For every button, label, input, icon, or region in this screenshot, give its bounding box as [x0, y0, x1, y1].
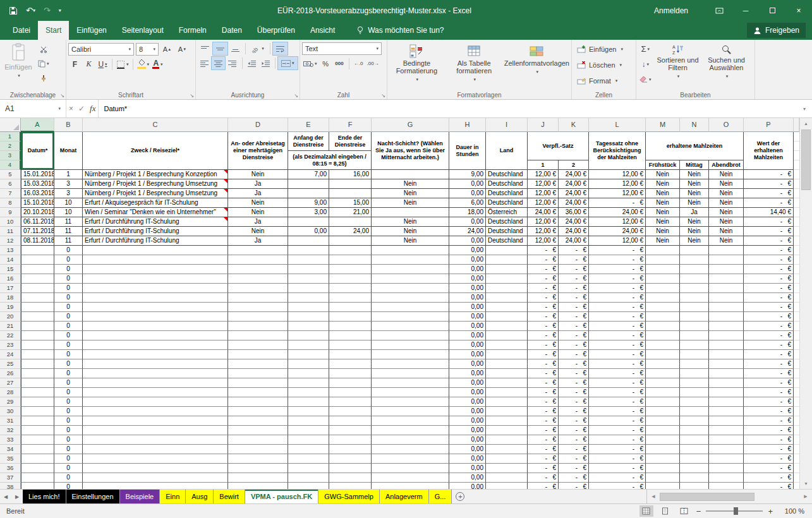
cell-P8[interactable]: - € [744, 198, 794, 208]
cell-N7[interactable]: Nein [680, 189, 709, 198]
cell-K11[interactable]: 24,00 € [559, 227, 589, 236]
cell-J21[interactable]: - € [528, 322, 559, 331]
cell-D10[interactable]: Ja [228, 217, 288, 227]
cell-H6[interactable]: 0,00 [449, 179, 486, 189]
cell-P30[interactable]: - € [744, 407, 794, 416]
cell-partial-15[interactable] [794, 265, 799, 274]
ribbon-tab-home[interactable]: Start [38, 21, 69, 40]
cell-L15[interactable]: - € [589, 265, 646, 274]
cell-E33[interactable] [288, 435, 329, 445]
share-button[interactable]: Freigeben [747, 23, 806, 38]
cell-P5[interactable]: - € [744, 170, 794, 179]
cell-H34[interactable]: 0,00 [449, 445, 486, 454]
cell-K5[interactable]: 24,00 € [559, 170, 589, 179]
cell-D28[interactable] [228, 388, 288, 397]
zoom-level[interactable]: 100 % [778, 507, 804, 515]
cell-I6[interactable]: Deutschland [486, 179, 528, 189]
header-cell-C1[interactable]: Zweck / Reiseziel* [83, 132, 228, 170]
cell-O10[interactable]: Nein [709, 217, 744, 227]
cell-P13[interactable]: - € [744, 246, 794, 255]
cell-N26[interactable] [680, 369, 709, 378]
cell-A21[interactable] [21, 322, 54, 331]
cell-K35[interactable]: - € [559, 454, 589, 464]
cell-J8[interactable]: 12,00 € [528, 198, 559, 208]
cell-D38[interactable] [228, 483, 288, 489]
cell-G8[interactable]: Nein [372, 198, 449, 208]
cell-N36[interactable] [680, 464, 709, 473]
column-header-H[interactable]: H [449, 118, 486, 132]
cell-O14[interactable] [709, 255, 744, 265]
cell-E32[interactable] [288, 426, 329, 435]
vertical-scrollbar[interactable]: ▲ ▼ [799, 118, 812, 489]
cell-K25[interactable]: - € [559, 359, 589, 369]
row-header-28[interactable]: 28 [0, 388, 21, 397]
cell-P22[interactable]: - € [744, 331, 794, 340]
cell-G28[interactable] [372, 388, 449, 397]
cell-I34[interactable] [486, 445, 528, 454]
row-header-16[interactable]: 16 [0, 274, 21, 284]
cell-G9[interactable] [372, 208, 449, 217]
cell-O22[interactable] [709, 331, 744, 340]
cell-M34[interactable] [646, 445, 680, 454]
decrease-font-size-button[interactable]: A▼ [176, 42, 189, 56]
row-header-34[interactable]: 34 [0, 445, 21, 454]
cell-M28[interactable] [646, 388, 680, 397]
cell-B9[interactable]: 10 [54, 208, 83, 217]
cell-A34[interactable] [21, 445, 54, 454]
cell-E5[interactable]: 7,00 [288, 170, 329, 179]
cell-G33[interactable] [372, 435, 449, 445]
cell-M30[interactable] [646, 407, 680, 416]
format-cells-button[interactable]: Format ▾ [574, 74, 634, 88]
cell-L11[interactable]: 24,00 € [589, 227, 646, 236]
cell-A20[interactable] [21, 312, 54, 322]
cell-P20[interactable]: - € [744, 312, 794, 322]
cell-partial-26[interactable] [794, 369, 799, 378]
cell-P6[interactable]: - € [744, 179, 794, 189]
cell-H33[interactable]: 0,00 [449, 435, 486, 445]
cell-J18[interactable]: - € [528, 293, 559, 303]
cell-O6[interactable]: Nein [709, 179, 744, 189]
cell-P7[interactable]: - € [744, 189, 794, 198]
cell-C20[interactable] [83, 312, 228, 322]
sign-in-button[interactable]: Anmelden [654, 6, 688, 15]
cell-G19[interactable] [372, 303, 449, 312]
cell-L22[interactable]: - € [589, 331, 646, 340]
cell-I9[interactable]: Österreich [486, 208, 528, 217]
ribbon-tab-formulas[interactable]: Formeln [171, 21, 214, 40]
cell-E8[interactable]: 9,00 [288, 198, 329, 208]
cell-E31[interactable] [288, 416, 329, 426]
cell-G27[interactable] [372, 378, 449, 388]
row-header-21[interactable]: 21 [0, 322, 21, 331]
cell-O13[interactable] [709, 246, 744, 255]
cell-E34[interactable] [288, 445, 329, 454]
header-cell-O4[interactable]: Abendbrot [709, 160, 744, 170]
cell-B33[interactable]: 0 [54, 435, 83, 445]
cell-M18[interactable] [646, 293, 680, 303]
cell-O19[interactable] [709, 303, 744, 312]
cell-C12[interactable]: Erfurt / Durchführung IT-Schulung [83, 236, 228, 246]
cell-J17[interactable]: - € [528, 284, 559, 293]
decrease-decimal-button[interactable]: .00→ [366, 57, 380, 70]
cell-C6[interactable]: Nürnberg / Projekt 1 / Besprechung Umset… [83, 179, 228, 189]
cell-G10[interactable]: Nein [372, 217, 449, 227]
cell-K16[interactable]: - € [559, 274, 589, 284]
column-header-I[interactable]: I [486, 118, 528, 132]
cell-partial-5[interactable] [794, 170, 799, 179]
cut-button[interactable] [37, 42, 51, 56]
column-header-K[interactable]: K [559, 118, 589, 132]
cell-E23[interactable] [288, 340, 329, 350]
cell-M24[interactable] [646, 350, 680, 359]
cell-J6[interactable]: 12,00 € [528, 179, 559, 189]
cell-N15[interactable] [680, 265, 709, 274]
cell-I16[interactable] [486, 274, 528, 284]
cell-F8[interactable]: 15,00 [329, 198, 372, 208]
cell-N32[interactable] [680, 426, 709, 435]
cell-A8[interactable]: 15.10.2018 [21, 198, 54, 208]
row-header-23[interactable]: 23 [0, 340, 21, 350]
cell-H22[interactable]: 0,00 [449, 331, 486, 340]
header-cell-J4[interactable]: 1 [528, 160, 559, 170]
cell-L25[interactable]: - € [589, 359, 646, 369]
cell-G22[interactable] [372, 331, 449, 340]
cell-P11[interactable]: - € [744, 227, 794, 236]
wrap-text-button[interactable] [273, 42, 288, 55]
